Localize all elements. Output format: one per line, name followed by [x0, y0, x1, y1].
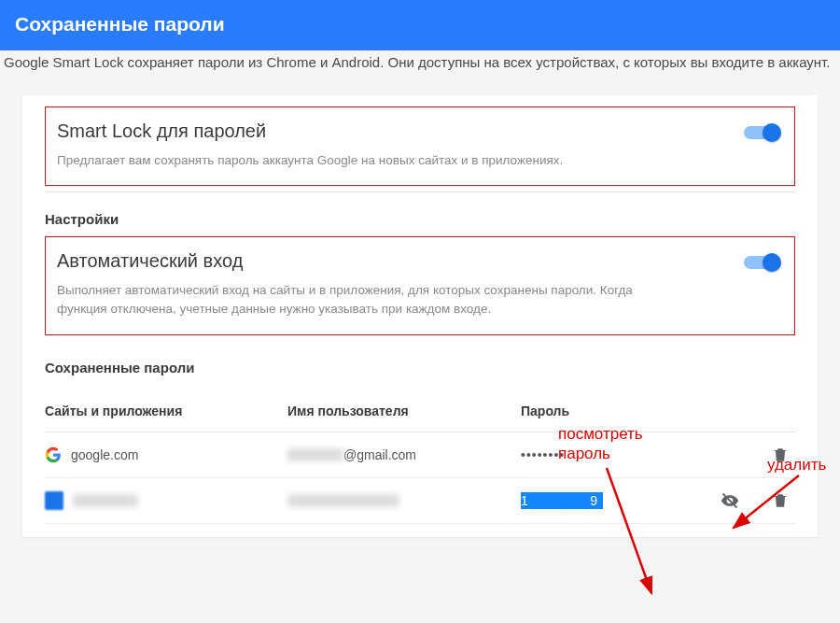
smartlock-toggle[interactable] [744, 122, 785, 143]
smartlock-desc: Предлагает вам сохранять пароль аккаунта… [57, 151, 682, 170]
autologin-desc: Выполняет автоматический вход на сайты и… [57, 281, 682, 319]
eye-off-icon[interactable] [721, 491, 739, 510]
user-cell [287, 494, 521, 507]
column-site: Сайты и приложения [45, 404, 287, 418]
site-cell[interactable]: google.com [45, 446, 287, 463]
user-cell: @gmail.com [287, 447, 521, 462]
column-user: Имя пользователя [287, 404, 521, 418]
password-masked: •••••••• [521, 447, 565, 462]
google-icon [45, 446, 62, 463]
page-title: Сохраненные пароли [15, 13, 225, 35]
saved-passwords-heading: Сохраненные пароли [45, 360, 795, 375]
intro-text: Google Smart Lock сохраняет пароли из Ch… [0, 45, 840, 82]
settings-subheading: Настройки [45, 211, 795, 227]
password-revealed: 1██████9 [521, 492, 603, 509]
site-cell[interactable] [45, 491, 287, 510]
trash-icon[interactable] [771, 446, 790, 464]
passwords-table-header: Сайты и приложения Имя пользователя Паро… [45, 404, 795, 432]
password-cell: •••••••• [521, 447, 661, 462]
actions-cell [661, 491, 795, 510]
column-actions [661, 404, 795, 418]
autologin-toggle[interactable] [744, 252, 785, 273]
site-name: google.com [71, 447, 138, 462]
toggle-thumb [763, 253, 781, 272]
password-cell: 1██████9 [521, 492, 661, 509]
smartlock-title: Smart Lock для паролей [57, 120, 783, 142]
blurred-username [287, 494, 399, 507]
smartlock-section: Smart Lock для паролей Предлагает вам со… [45, 106, 795, 186]
toggle-thumb [763, 123, 781, 142]
trash-icon[interactable] [771, 491, 790, 510]
blurred-site-name [73, 494, 138, 507]
password-row: 1██████9 [45, 478, 795, 524]
password-row: google.com @gmail.com •••••••• [45, 432, 795, 478]
actions-cell [661, 446, 795, 464]
settings-card: Smart Lock для паролей Предлагает вам со… [22, 95, 818, 537]
autologin-title: Автоматический вход [57, 250, 783, 272]
user-suffix: @gmail.com [343, 447, 416, 462]
column-pass: Пароль [521, 404, 661, 418]
blurred-username-part [287, 448, 343, 461]
autologin-section: Автоматический вход Выполняет автоматиче… [45, 236, 795, 335]
page-header: Сохраненные пароли [0, 0, 840, 50]
divider [45, 191, 795, 192]
site-favicon [45, 491, 63, 510]
